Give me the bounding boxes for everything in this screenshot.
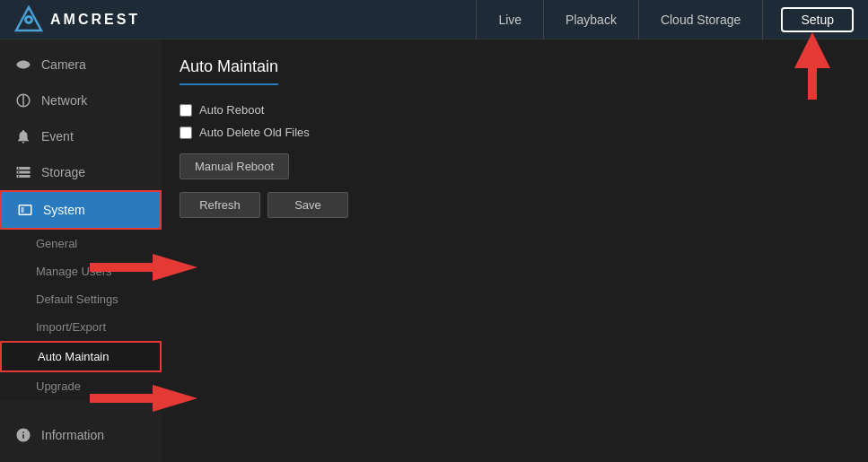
- sidebar-item-camera[interactable]: Camera: [0, 47, 162, 83]
- manual-reboot-container: Manual Reboot: [180, 153, 850, 179]
- storage-icon: [14, 163, 32, 181]
- main-content: Auto Maintain Auto Reboot Auto Delete Ol…: [162, 39, 868, 462]
- auto-reboot-row: Auto Reboot: [180, 103, 850, 117]
- sidebar-label-system: System: [43, 203, 85, 217]
- sidebar-item-system[interactable]: System: [0, 190, 162, 230]
- auto-reboot-checkbox[interactable]: [180, 104, 192, 117]
- header-nav: Live Playback Cloud Storage Setup: [476, 0, 854, 39]
- form-section: Auto Reboot Auto Delete Old Files: [180, 103, 850, 139]
- sub-menu: General Manage Users Default Settings Im…: [0, 230, 162, 400]
- svg-rect-3: [22, 207, 24, 213]
- sub-item-upgrade[interactable]: Upgrade: [0, 372, 162, 400]
- info-icon: [14, 426, 32, 444]
- setup-button[interactable]: Setup: [781, 7, 854, 32]
- action-buttons: Refresh Save: [180, 192, 850, 218]
- network-icon: [14, 92, 32, 109]
- header: AMCREST Live Playback Cloud Storage Setu…: [0, 0, 868, 39]
- page-title: Auto Maintain: [180, 57, 278, 85]
- refresh-button[interactable]: Refresh: [180, 192, 260, 218]
- sidebar-label-event: Event: [41, 129, 74, 144]
- camera-icon: [14, 56, 32, 74]
- sidebar-label-network: Network: [41, 93, 87, 108]
- sub-item-auto-maintain[interactable]: Auto Maintain: [0, 341, 162, 372]
- auto-delete-row: Auto Delete Old Files: [180, 126, 850, 139]
- auto-delete-label: Auto Delete Old Files: [199, 126, 310, 139]
- sidebar-label-camera: Camera: [41, 57, 86, 72]
- layout: Camera Network Event: [0, 39, 868, 462]
- logo-icon: [14, 5, 43, 34]
- auto-delete-checkbox[interactable]: [180, 126, 192, 139]
- system-icon: [16, 201, 34, 219]
- sidebar-label-information: Information: [41, 428, 104, 442]
- sidebar-item-event[interactable]: Event: [0, 118, 162, 154]
- manual-reboot-button[interactable]: Manual Reboot: [180, 153, 289, 179]
- sub-item-manage-users[interactable]: Manage Users: [0, 257, 162, 285]
- logo: AMCREST: [14, 5, 140, 34]
- sidebar-item-information[interactable]: Information: [0, 417, 162, 453]
- auto-reboot-label: Auto Reboot: [199, 103, 264, 117]
- logo-text: AMCREST: [50, 12, 140, 28]
- sidebar-label-storage: Storage: [41, 165, 85, 179]
- nav-live[interactable]: Live: [476, 0, 544, 39]
- sub-item-default-settings[interactable]: Default Settings: [0, 285, 162, 313]
- save-button[interactable]: Save: [267, 192, 348, 218]
- nav-cloud-storage[interactable]: Cloud Storage: [639, 0, 764, 39]
- sidebar-item-storage[interactable]: Storage: [0, 154, 162, 190]
- sub-item-import-export[interactable]: Import/Export: [0, 313, 162, 341]
- event-icon: [14, 127, 32, 145]
- svg-point-2: [27, 18, 31, 22]
- nav-playback[interactable]: Playback: [544, 0, 639, 39]
- sidebar: Camera Network Event: [0, 39, 162, 462]
- sidebar-item-network[interactable]: Network: [0, 83, 162, 118]
- sub-item-general[interactable]: General: [0, 230, 162, 257]
